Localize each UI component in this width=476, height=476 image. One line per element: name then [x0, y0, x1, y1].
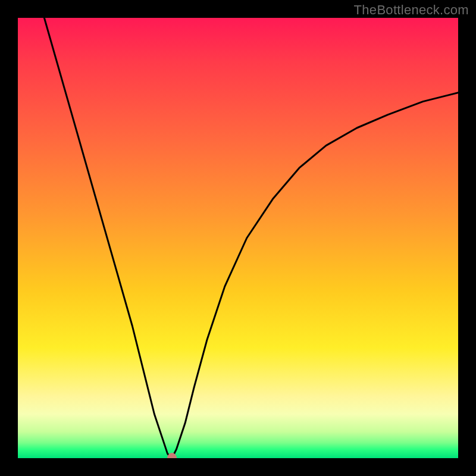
chart-frame: TheBottleneck.com: [0, 0, 476, 476]
bottleneck-curve: [44, 18, 458, 458]
watermark-text: TheBottleneck.com: [354, 2, 469, 18]
plot-area: [18, 18, 458, 458]
curve-svg: [18, 18, 458, 458]
